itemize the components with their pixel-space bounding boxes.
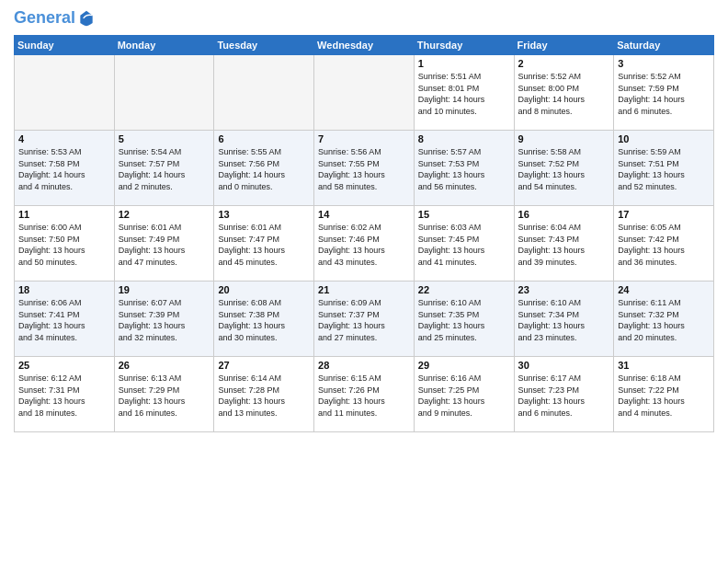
- day-info: Sunrise: 6:00 AM Sunset: 7:50 PM Dayligh…: [18, 222, 110, 268]
- day-info: Sunrise: 5:55 AM Sunset: 7:56 PM Dayligh…: [218, 146, 310, 192]
- calendar-cell: 1Sunrise: 5:51 AM Sunset: 8:01 PM Daylig…: [414, 55, 514, 131]
- day-number: 18: [18, 284, 110, 295]
- logo-icon: [77, 9, 96, 28]
- day-info: Sunrise: 6:16 AM Sunset: 7:25 PM Dayligh…: [418, 373, 510, 419]
- day-number: 28: [318, 360, 410, 371]
- day-number: 2: [518, 58, 610, 69]
- day-number: 14: [318, 209, 410, 220]
- day-info: Sunrise: 6:11 AM Sunset: 7:32 PM Dayligh…: [618, 297, 710, 343]
- day-number: 7: [318, 133, 410, 144]
- calendar-cell: 11Sunrise: 6:00 AM Sunset: 7:50 PM Dayli…: [15, 206, 115, 282]
- day-info: Sunrise: 6:03 AM Sunset: 7:45 PM Dayligh…: [418, 222, 510, 268]
- day-info: Sunrise: 5:58 AM Sunset: 7:52 PM Dayligh…: [518, 146, 610, 192]
- calendar-header-row: SundayMondayTuesdayWednesdayThursdayFrid…: [15, 36, 714, 55]
- calendar-week-row: 25Sunrise: 6:12 AM Sunset: 7:31 PM Dayli…: [15, 357, 714, 432]
- day-number: 1: [418, 58, 510, 69]
- calendar-cell: 31Sunrise: 6:18 AM Sunset: 7:22 PM Dayli…: [614, 357, 714, 432]
- day-info: Sunrise: 6:12 AM Sunset: 7:31 PM Dayligh…: [18, 373, 110, 419]
- day-info: Sunrise: 5:52 AM Sunset: 7:59 PM Dayligh…: [618, 71, 710, 117]
- calendar-cell: 5Sunrise: 5:54 AM Sunset: 7:57 PM Daylig…: [114, 131, 214, 206]
- day-number: 9: [518, 133, 610, 144]
- day-info: Sunrise: 6:15 AM Sunset: 7:26 PM Dayligh…: [318, 373, 410, 419]
- calendar-cell: 17Sunrise: 6:05 AM Sunset: 7:42 PM Dayli…: [614, 206, 714, 282]
- calendar-cell: 24Sunrise: 6:11 AM Sunset: 7:32 PM Dayli…: [614, 282, 714, 357]
- calendar-cell: 8Sunrise: 5:57 AM Sunset: 7:53 PM Daylig…: [414, 131, 514, 206]
- calendar-cell: [214, 55, 314, 131]
- calendar-cell: 22Sunrise: 6:10 AM Sunset: 7:35 PM Dayli…: [414, 282, 514, 357]
- calendar-cell: 18Sunrise: 6:06 AM Sunset: 7:41 PM Dayli…: [15, 282, 115, 357]
- day-info: Sunrise: 6:02 AM Sunset: 7:46 PM Dayligh…: [318, 222, 410, 268]
- day-number: 12: [119, 209, 210, 220]
- calendar-cell: 4Sunrise: 5:53 AM Sunset: 7:58 PM Daylig…: [15, 131, 115, 206]
- day-number: 30: [518, 360, 610, 371]
- calendar-cell: [114, 55, 214, 131]
- day-number: 5: [119, 133, 210, 144]
- calendar-cell: 15Sunrise: 6:03 AM Sunset: 7:45 PM Dayli…: [414, 206, 514, 282]
- day-info: Sunrise: 6:14 AM Sunset: 7:28 PM Dayligh…: [218, 373, 310, 419]
- calendar-cell: 25Sunrise: 6:12 AM Sunset: 7:31 PM Dayli…: [15, 357, 115, 432]
- day-header-friday: Friday: [514, 36, 614, 55]
- day-header-monday: Monday: [114, 36, 214, 55]
- page-container: General SundayMondayTuesdayWednesdayThur…: [0, 0, 728, 437]
- logo: General: [14, 9, 96, 28]
- day-info: Sunrise: 6:04 AM Sunset: 7:43 PM Dayligh…: [518, 222, 610, 268]
- calendar-cell: 7Sunrise: 5:56 AM Sunset: 7:55 PM Daylig…: [314, 131, 415, 206]
- day-number: 13: [218, 209, 310, 220]
- day-info: Sunrise: 6:10 AM Sunset: 7:35 PM Dayligh…: [418, 297, 510, 343]
- calendar-table: SundayMondayTuesdayWednesdayThursdayFrid…: [14, 35, 714, 432]
- day-number: 29: [418, 360, 510, 371]
- day-number: 4: [18, 133, 110, 144]
- day-info: Sunrise: 5:51 AM Sunset: 8:01 PM Dayligh…: [418, 71, 510, 117]
- day-info: Sunrise: 5:57 AM Sunset: 7:53 PM Dayligh…: [418, 146, 510, 192]
- day-number: 16: [518, 209, 610, 220]
- day-number: 19: [119, 284, 210, 295]
- calendar-cell: 26Sunrise: 6:13 AM Sunset: 7:29 PM Dayli…: [114, 357, 214, 432]
- calendar-cell: 10Sunrise: 5:59 AM Sunset: 7:51 PM Dayli…: [614, 131, 714, 206]
- day-info: Sunrise: 6:01 AM Sunset: 7:49 PM Dayligh…: [119, 222, 210, 268]
- calendar-cell: 6Sunrise: 5:55 AM Sunset: 7:56 PM Daylig…: [214, 131, 314, 206]
- day-number: 24: [618, 284, 710, 295]
- calendar-cell: 20Sunrise: 6:08 AM Sunset: 7:38 PM Dayli…: [214, 282, 314, 357]
- day-number: 22: [418, 284, 510, 295]
- calendar-cell: 28Sunrise: 6:15 AM Sunset: 7:26 PM Dayli…: [314, 357, 415, 432]
- day-header-tuesday: Tuesday: [214, 36, 314, 55]
- day-info: Sunrise: 5:59 AM Sunset: 7:51 PM Dayligh…: [618, 146, 710, 192]
- day-info: Sunrise: 6:09 AM Sunset: 7:37 PM Dayligh…: [318, 297, 410, 343]
- day-info: Sunrise: 6:05 AM Sunset: 7:42 PM Dayligh…: [618, 222, 710, 268]
- day-header-sunday: Sunday: [15, 36, 115, 55]
- day-number: 11: [18, 209, 110, 220]
- day-info: Sunrise: 6:17 AM Sunset: 7:23 PM Dayligh…: [518, 373, 610, 419]
- day-info: Sunrise: 5:56 AM Sunset: 7:55 PM Dayligh…: [318, 146, 410, 192]
- day-number: 31: [618, 360, 710, 371]
- day-number: 17: [618, 209, 710, 220]
- day-info: Sunrise: 6:13 AM Sunset: 7:29 PM Dayligh…: [119, 373, 210, 419]
- day-header-thursday: Thursday: [414, 36, 514, 55]
- day-number: 6: [218, 133, 310, 144]
- calendar-week-row: 1Sunrise: 5:51 AM Sunset: 8:01 PM Daylig…: [15, 55, 714, 131]
- day-number: 23: [518, 284, 610, 295]
- calendar-cell: 2Sunrise: 5:52 AM Sunset: 8:00 PM Daylig…: [514, 55, 614, 131]
- day-info: Sunrise: 5:52 AM Sunset: 8:00 PM Dayligh…: [518, 71, 610, 117]
- day-header-saturday: Saturday: [614, 36, 714, 55]
- calendar-cell: 13Sunrise: 6:01 AM Sunset: 7:47 PM Dayli…: [214, 206, 314, 282]
- header: General: [14, 9, 714, 28]
- day-number: 20: [218, 284, 310, 295]
- calendar-cell: 21Sunrise: 6:09 AM Sunset: 7:37 PM Dayli…: [314, 282, 415, 357]
- calendar-cell: [15, 55, 115, 131]
- calendar-cell: 27Sunrise: 6:14 AM Sunset: 7:28 PM Dayli…: [214, 357, 314, 432]
- day-info: Sunrise: 6:18 AM Sunset: 7:22 PM Dayligh…: [618, 373, 710, 419]
- calendar-cell: 29Sunrise: 6:16 AM Sunset: 7:25 PM Dayli…: [414, 357, 514, 432]
- day-info: Sunrise: 6:01 AM Sunset: 7:47 PM Dayligh…: [218, 222, 310, 268]
- calendar-cell: 30Sunrise: 6:17 AM Sunset: 7:23 PM Dayli…: [514, 357, 614, 432]
- calendar-cell: [314, 55, 415, 131]
- calendar-cell: 23Sunrise: 6:10 AM Sunset: 7:34 PM Dayli…: [514, 282, 614, 357]
- day-info: Sunrise: 5:54 AM Sunset: 7:57 PM Dayligh…: [119, 146, 210, 192]
- day-info: Sunrise: 6:06 AM Sunset: 7:41 PM Dayligh…: [18, 297, 110, 343]
- calendar-week-row: 18Sunrise: 6:06 AM Sunset: 7:41 PM Dayli…: [15, 282, 714, 357]
- day-number: 27: [218, 360, 310, 371]
- calendar-week-row: 11Sunrise: 6:00 AM Sunset: 7:50 PM Dayli…: [15, 206, 714, 282]
- day-info: Sunrise: 6:08 AM Sunset: 7:38 PM Dayligh…: [218, 297, 310, 343]
- day-number: 21: [318, 284, 410, 295]
- day-info: Sunrise: 5:53 AM Sunset: 7:58 PM Dayligh…: [18, 146, 110, 192]
- day-number: 26: [119, 360, 210, 371]
